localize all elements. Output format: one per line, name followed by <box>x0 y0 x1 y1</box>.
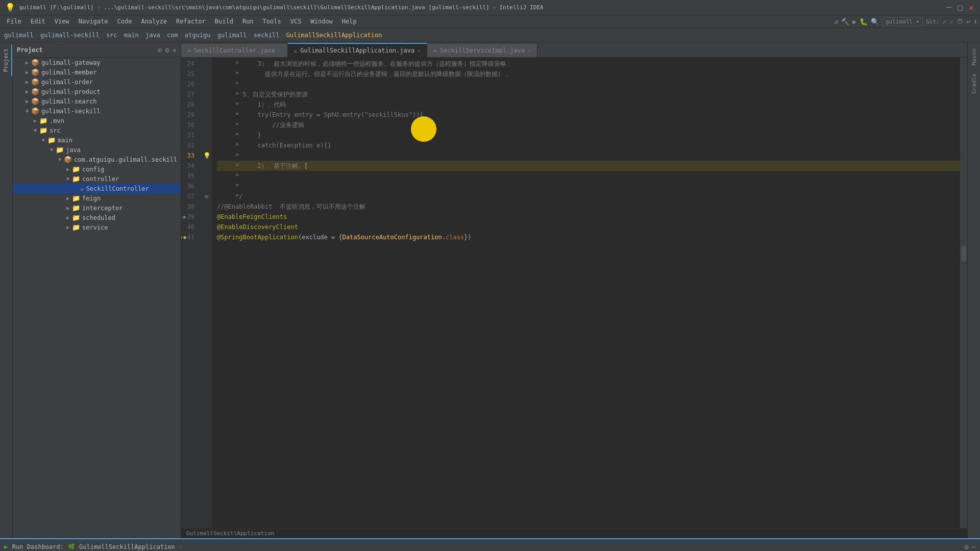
tree-item-service[interactable]: ▶ 📁 service <box>13 222 181 232</box>
tab-gulimall-app[interactable]: ☕ GulimallSeckillApplication.java ✕ <box>288 43 428 57</box>
sidebar-gear-icon[interactable]: ⚙ <box>165 46 169 54</box>
vcs-clock-icon[interactable]: ⏱ <box>957 18 963 26</box>
gradle-tab[interactable]: Gradle <box>969 69 979 98</box>
bread-atguigu[interactable]: atguigu <box>185 32 211 39</box>
tree-item-mvn[interactable]: ▶ 📁 .mvn <box>13 116 181 126</box>
run-dashboard-app-name[interactable]: GulimallSeckillApplication <box>79 543 175 550</box>
bread-seckill-pkg[interactable]: seckill <box>254 32 280 39</box>
folder-icon-config: 📁 <box>72 165 80 173</box>
tree-item-product[interactable]: ▶ 📦 gulimall-product <box>13 87 181 96</box>
folder-icon-src: 📁 <box>39 127 47 134</box>
branch-selector[interactable]: gulimall ▾ <box>882 17 923 26</box>
tree-arrow-seckill: ▼ <box>23 108 31 114</box>
bread-main[interactable]: main <box>124 32 139 39</box>
bread-java[interactable]: java <box>145 32 160 39</box>
bread-com[interactable]: com <box>167 32 178 39</box>
menu-tools[interactable]: Tools <box>259 17 285 26</box>
toolbar-run-icon[interactable]: ▶ <box>852 18 856 26</box>
tree-item-gateway[interactable]: ▶ 📦 gulimall-gateway <box>13 58 181 67</box>
tab-close-controller[interactable]: ✕ <box>278 47 281 53</box>
tree-item-interceptor[interactable]: ▶ 📁 interceptor <box>13 203 181 213</box>
close-button[interactable]: ✕ <box>968 4 975 11</box>
minimize-button[interactable]: ─ <box>945 4 952 11</box>
tree-item-feign[interactable]: ▶ 📁 feign <box>13 193 181 203</box>
menu-code[interactable]: Code <box>113 17 136 26</box>
menu-vcs[interactable]: VCS <box>286 17 306 26</box>
vcs-check-icon[interactable]: ✓ <box>943 18 947 26</box>
menu-refactor[interactable]: Refactor <box>172 17 210 26</box>
menu-help[interactable]: Help <box>338 17 361 26</box>
code-line-29: * try(Entry entry = SphU.entry("seckillS… <box>217 110 960 120</box>
bread-seckill-module[interactable]: gulimall-seckill <box>40 32 100 39</box>
code-content[interactable]: * 3）、超大浏览的时候，必须牺牲一些远程服务。在服务的提供方（远程服务）指定降… <box>212 58 960 528</box>
tab-seckill-controller[interactable]: ☕ SeckillController.java ✕ <box>181 43 288 57</box>
folder-icon-controller: 📁 <box>72 175 80 183</box>
menu-build[interactable]: Build <box>211 17 237 26</box>
tree-item-controller[interactable]: ▼ 📁 controller <box>13 174 181 184</box>
menu-analyze[interactable]: Analyze <box>137 17 171 26</box>
bread-src[interactable]: src <box>106 32 117 39</box>
editor-breadcrumb-bottom: GulimallSeckillApplication <box>181 528 967 538</box>
menu-navigate[interactable]: Navigate <box>75 17 112 26</box>
menu-window[interactable]: Window <box>306 17 336 26</box>
tab-icon-app: ☕ <box>294 47 298 54</box>
panel-gear-icon[interactable]: ⚙ <box>964 543 968 551</box>
tab-label-app: GulimallSeckillApplication.java <box>300 47 414 54</box>
run-dashboard-close[interactable]: ✕ <box>179 544 182 549</box>
panel-minimize-icon[interactable]: ─ <box>972 543 976 551</box>
run-dashboard-title: ▶ Run Dashboard: 🌿 GulimallSeckillApplic… <box>4 543 182 550</box>
sidebar-scope-icon[interactable]: ⊙ <box>158 46 162 54</box>
tree-item-seckill-controller[interactable]: ☕ SeckillController <box>13 184 181 193</box>
bread-class[interactable]: GulimallSeckillApplication <box>286 32 382 39</box>
tab-seckill-impl[interactable]: ☕ SeckillServiceImpl.java ✕ <box>427 43 537 57</box>
menu-view[interactable]: View <box>51 17 74 26</box>
tree-item-config[interactable]: ▶ 📁 config <box>13 164 181 174</box>
tree-item-member[interactable]: ▶ 📦 gulimall-member <box>13 67 181 77</box>
code-line-41: @SpringBootApplication(exclude = {DataSo… <box>217 232 960 242</box>
tree-item-search[interactable]: ▶ 📦 gulimall-search <box>13 96 181 106</box>
code-line-28: * 1）、代码 <box>217 99 960 110</box>
ln-32: 32 <box>181 140 198 151</box>
code-line-37: */ <box>217 191 960 202</box>
menu-edit[interactable]: Edit <box>27 17 50 26</box>
maximize-button[interactable]: □ <box>957 4 964 11</box>
maven-tab[interactable]: Maven <box>969 44 979 69</box>
run-dashboard-icon2: 🌿 <box>68 543 75 550</box>
tree-item-scheduled[interactable]: ▶ 📁 scheduled <box>13 213 181 222</box>
vcs-undo-icon[interactable]: ↩ <box>966 18 970 26</box>
code-editor[interactable]: 24 25 26 27 28 29 30 31 32 33 34 35 36 3… <box>181 58 967 528</box>
tree-label-seckill: gulimall-seckill <box>41 108 101 115</box>
code-line-39: @EnableFeignClients <box>217 212 960 222</box>
tree-item-src[interactable]: ▼ 📁 src <box>13 126 181 135</box>
ln-37: 37 <box>181 191 198 202</box>
tree-item-package[interactable]: ▼ 📦 com.atguigu.gulimall.seckill <box>13 155 181 164</box>
menu-file[interactable]: File <box>3 17 26 26</box>
tree-arrow-controller: ▼ <box>64 176 72 182</box>
editor-breadcrumb-class: GulimallSeckillApplication <box>186 530 274 537</box>
toolbar-debug-icon[interactable]: 🐛 <box>860 18 868 26</box>
tab-close-app[interactable]: ✕ <box>418 48 421 54</box>
tree-label-gateway: gulimall-gateway <box>41 59 101 66</box>
tree-item-main[interactable]: ▼ 📁 main <box>13 135 181 145</box>
folder-icon-java: 📁 <box>56 146 64 154</box>
tree-item-java[interactable]: ▼ 📁 java <box>13 145 181 155</box>
bread-gulimall[interactable]: gulimall <box>4 32 34 39</box>
tree-item-order[interactable]: ▶ 📦 gulimall-order <box>13 77 181 87</box>
editor-scrollbar[interactable] <box>960 58 967 528</box>
tab-close-impl[interactable]: ✕ <box>528 47 531 53</box>
menu-run[interactable]: Run <box>238 17 258 26</box>
toolbar-search-icon[interactable]: 🔍 <box>871 18 879 26</box>
tree-item-seckill[interactable]: ▼ 📦 gulimall-seckill <box>13 106 181 116</box>
tree-label-search: gulimall-search <box>41 98 96 105</box>
vcs-check2-icon[interactable]: ✓ <box>950 18 954 26</box>
tree-label-main: main <box>58 137 72 144</box>
project-tab[interactable]: Project <box>1 44 12 76</box>
toolbar-rerun-icon[interactable]: ↺ <box>834 18 838 26</box>
ln-28: 28 <box>181 99 198 110</box>
tree-label-package: com.atguigu.gulimall.seckill <box>74 156 177 163</box>
toolbar-build-icon[interactable]: 🔨 <box>841 18 849 26</box>
sidebar-close-icon[interactable]: ✕ <box>173 46 177 54</box>
vcs-push-icon[interactable]: ⬆ <box>973 18 977 26</box>
bread-gulimall2[interactable]: gulimall <box>217 32 247 39</box>
project-tree: ▶ 📦 gulimall-gateway ▶ 📦 gulimall-member… <box>13 58 181 232</box>
